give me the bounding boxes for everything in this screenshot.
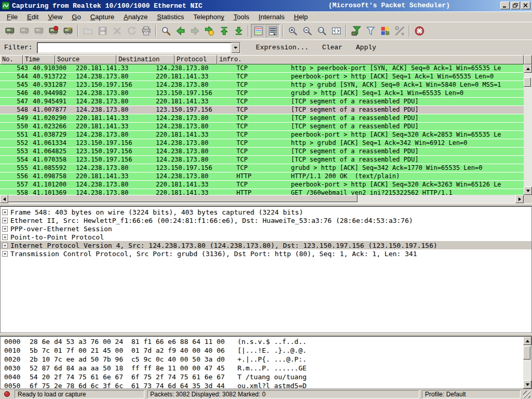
column-header-source[interactable]: Source <box>55 55 116 64</box>
find-packet-button[interactable] <box>158 24 173 38</box>
detail-row-2[interactable]: +PPP-over-Ethernet Session <box>1 224 531 233</box>
scroll-left-button[interactable] <box>0 195 8 203</box>
scroll-up-button[interactable] <box>524 64 532 73</box>
menu-statistics[interactable]: Statistics <box>152 12 189 22</box>
hex-row-0020[interactable]: 00202b 10 7c ee ad 50 7b 96 c5 9c 0c 40 … <box>1 355 523 364</box>
dst-cell: 123.150.197.156 <box>156 164 236 172</box>
close-button[interactable] <box>521 2 530 9</box>
expand-icon[interactable]: + <box>2 234 8 240</box>
scroll-thumb[interactable] <box>8 195 357 202</box>
hex-row-0030[interactable]: 003052 87 6d 84 aa aa 50 18 ff ff 8e 11 … <box>1 364 523 373</box>
go-to-packet-button[interactable] <box>202 24 217 38</box>
menu-view[interactable]: View <box>43 12 67 22</box>
packet-row-550[interactable]: 55041.023266220.181.141.33124.238.173.80… <box>0 123 524 131</box>
menu-go[interactable]: Go <box>67 12 85 22</box>
scroll-track[interactable] <box>524 73 532 187</box>
expert-info-icon[interactable] <box>2 390 12 398</box>
packet-list-hscrollbar[interactable] <box>0 195 532 203</box>
menu-file[interactable]: File <box>2 12 22 22</box>
hex-row-0010[interactable]: 00105b 7c 01 7f 00 21 45 00 01 7d a2 f9 … <box>1 347 523 355</box>
packet-row-547[interactable]: 54740.945491124.238.173.80220.181.141.33… <box>0 98 524 106</box>
packet-row-555[interactable]: 55541.085592124.238.173.80123.150.197.15… <box>0 164 524 172</box>
dst-cell: 124.238.173.80 <box>156 123 236 130</box>
scroll-up-button[interactable] <box>523 337 531 345</box>
coloring-rules-button[interactable] <box>378 24 392 38</box>
column-header-no[interactable]: No. <box>0 55 23 64</box>
menu-analyze[interactable]: Analyze <box>119 12 152 22</box>
capture-stop-button[interactable] <box>46 24 61 38</box>
scroll-track[interactable] <box>523 345 531 380</box>
scroll-right-button[interactable] <box>515 195 524 203</box>
column-header-protocol[interactable]: Protocol <box>175 55 217 64</box>
apply-button[interactable]: Apply <box>356 44 376 51</box>
packet-row-553[interactable]: 55341.064825123.150.197.156124.238.173.8… <box>0 148 524 156</box>
column-header-infro[interactable]: infro. <box>217 55 524 64</box>
go-to-bottom-button[interactable] <box>231 24 246 38</box>
display-filter-button[interactable] <box>363 24 378 38</box>
column-header-time[interactable]: Time <box>23 55 55 64</box>
packet-row-551[interactable]: 55141.038729124.238.173.80220.181.141.33… <box>0 131 524 139</box>
go-back-button[interactable] <box>173 24 188 38</box>
menu-telephony[interactable]: Telephony <box>189 12 229 22</box>
expression-button[interactable]: Expression... <box>256 44 309 51</box>
restore-button[interactable] <box>511 2 520 9</box>
scroll-track[interactable] <box>8 195 515 203</box>
menu-internals[interactable]: Internals <box>254 12 289 22</box>
packet-row-544[interactable]: 54440.913722124.238.173.80220.181.141.33… <box>0 73 524 81</box>
hex-vscrollbar[interactable] <box>523 337 531 389</box>
minimize-button[interactable] <box>500 2 510 9</box>
packet-row-558[interactable]: 55841.101369124.238.173.80220.181.141.33… <box>0 189 524 195</box>
preferences-button[interactable] <box>392 24 407 38</box>
detail-row-3[interactable]: +Point-to-Point Protocol <box>1 233 531 241</box>
expand-icon[interactable]: + <box>2 209 8 215</box>
list-interfaces-button[interactable] <box>3 24 17 38</box>
packet-row-552[interactable]: 55241.061334123.150.197.156124.238.173.8… <box>0 139 524 148</box>
colorize-button[interactable] <box>251 24 265 38</box>
no-cell: 543 <box>0 64 30 72</box>
packet-list-vscrollbar[interactable] <box>524 64 532 195</box>
detail-row-5[interactable]: +Transmission Control Protocol, Src Port… <box>1 249 531 258</box>
scroll-thumb[interactable] <box>524 77 531 87</box>
zoom-in-button[interactable] <box>285 24 300 38</box>
packet-row-557[interactable]: 55741.101200124.238.173.80220.181.141.33… <box>0 181 524 189</box>
hex-row-0040[interactable]: 004054 20 2f 74 75 61 6e 67 6f 75 2f 74 … <box>1 373 523 382</box>
packet-row-556[interactable]: 55641.098758220.181.141.33124.238.173.80… <box>0 172 524 181</box>
packet-row-545[interactable]: 54540.931287123.150.197.156124.238.173.8… <box>0 81 524 89</box>
detail-row-4[interactable]: +Internet Protocol Version 4, Src: 124.2… <box>1 241 531 249</box>
menu-tools[interactable]: Tools <box>229 12 254 22</box>
resize-columns-button[interactable] <box>329 24 343 38</box>
packet-row-549[interactable]: 54941.020290220.181.141.33124.238.173.80… <box>0 114 524 123</box>
capture-restart-button[interactable] <box>61 24 75 38</box>
capture-filter-button[interactable] <box>349 24 363 38</box>
expand-icon[interactable]: + <box>2 226 8 232</box>
print-button[interactable] <box>139 24 153 38</box>
detail-row-0[interactable]: +Frame 548: 403 bytes on wire (3224 bits… <box>1 208 531 216</box>
resize-grip[interactable] <box>523 391 530 398</box>
scroll-thumb[interactable] <box>523 346 530 360</box>
packet-row-543[interactable]: 54340.910300220.181.141.33124.238.173.80… <box>0 64 524 73</box>
menu-edit[interactable]: Edit <box>22 12 43 22</box>
time-cell: 40.944982 <box>30 89 76 97</box>
zoom-out-button[interactable] <box>300 24 314 38</box>
hex-row-0050[interactable]: 00506f 75 2e 78 6d 6c 3f 6c 61 73 74 6d … <box>1 382 523 389</box>
hex-row-0000[interactable]: 000028 6e d4 53 a3 76 00 24 81 f1 66 e6 … <box>1 338 523 347</box>
help-button[interactable] <box>412 24 427 38</box>
auto-scroll-button[interactable] <box>265 24 280 38</box>
packet-row-554[interactable]: 55441.070358123.150.197.156124.238.173.8… <box>0 156 524 164</box>
go-to-top-button[interactable] <box>217 24 231 38</box>
expand-icon[interactable]: + <box>2 243 8 248</box>
zoom-normal-button[interactable]: 1:1 <box>314 24 329 38</box>
filter-dropdown-button[interactable] <box>231 43 240 53</box>
scroll-down-button[interactable] <box>524 187 532 195</box>
menu-help[interactable]: Help <box>289 12 313 22</box>
detail-row-1[interactable]: +Ethernet II, Src: HewlettP_f1:66:e6 (00… <box>1 216 531 224</box>
filter-input[interactable] <box>37 43 231 53</box>
clear-button[interactable]: Clear <box>322 44 342 51</box>
menu-capture[interactable]: Capture <box>86 12 119 22</box>
column-header-destination[interactable]: Destination <box>116 55 175 64</box>
packet-row-546[interactable]: 54640.944982124.238.173.80123.150.197.15… <box>0 89 524 98</box>
packet-row-548[interactable]: 54841.007877124.238.173.80123.150.197.15… <box>0 106 524 114</box>
scroll-down-button[interactable] <box>523 380 531 389</box>
expand-icon[interactable]: + <box>2 251 8 257</box>
expand-icon[interactable]: + <box>2 218 8 223</box>
